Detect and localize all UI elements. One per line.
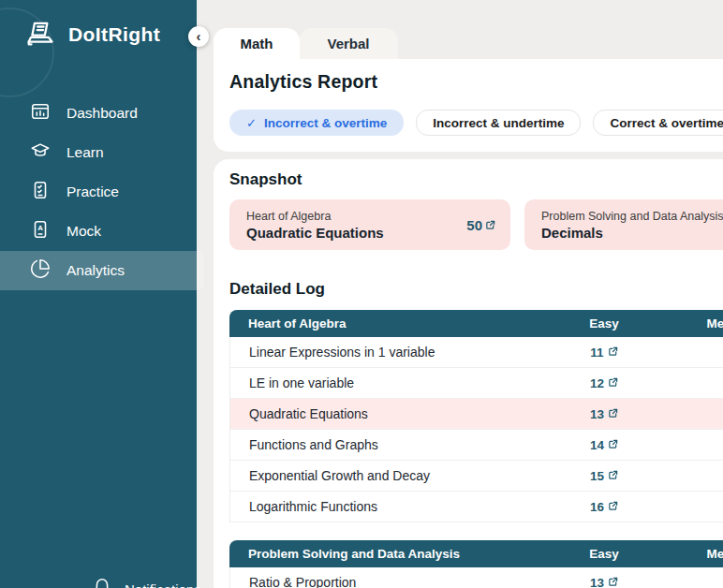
question-count-link[interactable]: 16 [590, 500, 618, 514]
sidebar-item-analytics[interactable]: Analytics [0, 251, 204, 290]
sidebar-item-notifications[interactable]: Notifications [92, 578, 201, 588]
question-count-link[interactable]: 13 [590, 576, 618, 588]
pie-chart-icon [30, 258, 51, 283]
check-icon: ✓ [246, 116, 257, 130]
graduation-cap-icon [30, 140, 51, 165]
row-easy-cell: 16 [548, 500, 660, 514]
detailed-log-title: Detailed Log [229, 280, 325, 299]
question-count: 12 [590, 376, 604, 390]
report-header-panel: Analytics Report ✓ Incorrect & overtime … [214, 59, 723, 152]
snapshot-card-topic: Quadratic Equations [246, 225, 384, 241]
table-row: Linear Expressions in 1 variable11 [230, 337, 723, 368]
row-easy-cell: 11 [548, 345, 660, 360]
logo-text: DoItRight [68, 23, 160, 46]
row-topic: Ratio & Proportion [230, 575, 548, 588]
practice-notebook-icon [30, 180, 51, 204]
snapshot-card-count: 50 [466, 217, 482, 233]
sidebar-item-label: Dashboard [66, 105, 138, 122]
sidebar-item-label: Notifications [125, 581, 201, 588]
filter-chip-correct-overtime[interactable]: Correct & overtime [593, 110, 723, 136]
filter-chip-label: Correct & overtime [610, 116, 723, 130]
snapshot-card-count-link[interactable]: 50 [466, 217, 495, 233]
snapshot-card-text: Problem Solving and Data Analysis Decima… [541, 210, 723, 241]
log-group-body: Ratio & Proportion13 [229, 567, 723, 588]
sidebar-item-label: Mock [66, 223, 101, 240]
row-easy-cell: 15 [548, 469, 660, 483]
external-link-icon [608, 407, 618, 421]
tab-math[interactable]: Math [214, 28, 300, 59]
filter-chip-incorrect-undertime[interactable]: Incorrect & undertime [416, 110, 581, 136]
row-topic: Exponential Growth and Decay [230, 468, 548, 483]
filter-chip-label: Incorrect & overtime [264, 116, 387, 130]
sidebar-item-label: Practice [66, 184, 119, 200]
sidebar-item-mock[interactable]: A Mock [0, 212, 197, 251]
question-count-link[interactable]: 11 [590, 345, 617, 360]
row-easy-cell: 13 [548, 407, 660, 421]
question-count: 13 [590, 407, 604, 421]
bell-icon [92, 578, 112, 588]
table-row: Ratio & Proportion13 [230, 567, 723, 588]
external-link-icon [608, 345, 618, 360]
row-easy-cell: 14 [548, 438, 660, 452]
sidebar-item-dashboard[interactable]: Dashboard [0, 94, 197, 133]
column-header-easy: Easy [548, 547, 660, 561]
analytics-panel: Snapshot Heart of Algebra Quadratic Equa… [214, 159, 723, 588]
group-name: Heart of Algebra [229, 316, 548, 331]
snapshot-title: Snapshot [229, 170, 302, 189]
snapshot-card-category: Heart of Algebra [246, 210, 384, 223]
snapshot-cards: Heart of Algebra Quadratic Equations 50 … [229, 199, 723, 250]
column-header-easy: Easy [548, 316, 660, 331]
external-link-icon [608, 576, 618, 588]
row-easy-cell: 13 [548, 576, 660, 588]
sidebar-item-label: Analytics [66, 262, 125, 279]
external-link-icon [608, 438, 618, 452]
row-topic: Functions and Graphs [230, 437, 548, 452]
row-topic: Linear Expressions in 1 variable [230, 345, 548, 360]
question-count: 13 [590, 576, 604, 588]
sidebar-collapse-button[interactable]: ‹ [188, 26, 209, 47]
tab-label: Math [241, 36, 273, 51]
filter-chip-incorrect-overtime[interactable]: ✓ Incorrect & overtime [229, 110, 404, 136]
external-link-icon [608, 500, 618, 514]
sidebar-item-learn[interactable]: Learn [0, 133, 197, 172]
row-topic: Quadratic Equations [230, 406, 548, 421]
external-link-icon [608, 376, 618, 390]
snapshot-card-decimals[interactable]: Problem Solving and Data Analysis Decima… [524, 199, 723, 250]
external-link-icon [608, 469, 618, 483]
mock-document-icon: A [30, 219, 51, 243]
chevron-left-icon: ‹ [197, 29, 201, 43]
question-count-link[interactable]: 13 [590, 407, 618, 421]
table-row: Quadratic Equations13 [230, 399, 723, 430]
snapshot-card-topic: Decimals [541, 225, 723, 241]
dashboard-icon [30, 101, 51, 125]
app-screen: DoItRight Dashboard Learn [0, 0, 723, 588]
question-count-link[interactable]: 12 [590, 376, 618, 390]
column-header-medium: Medium [660, 316, 723, 331]
table-row: Functions and Graphs14 [230, 430, 723, 461]
sidebar-item-label: Learn [66, 144, 104, 161]
question-count-link[interactable]: 15 [590, 469, 618, 483]
tab-verbal[interactable]: Verbal [299, 28, 398, 59]
question-count-link[interactable]: 14 [590, 438, 618, 452]
row-easy-cell: 12 [548, 376, 660, 390]
logo: DoItRight [24, 19, 160, 51]
sidebar: DoItRight Dashboard Learn [0, 0, 197, 588]
sidebar-nav: Dashboard Learn Practice [0, 94, 197, 290]
filter-chips: ✓ Incorrect & overtime Incorrect & under… [229, 110, 723, 136]
sidebar-item-practice[interactable]: Practice [0, 172, 197, 212]
tab-label: Verbal [327, 36, 369, 51]
page-title: Analytics Report [229, 71, 377, 93]
snapshot-card-quadratic-equations[interactable]: Heart of Algebra Quadratic Equations 50 [229, 199, 510, 250]
snapshot-card-category: Problem Solving and Data Analysis [541, 210, 723, 223]
column-header-medium: Medium [660, 547, 723, 561]
external-link-icon [485, 217, 495, 233]
log-group: Problem Solving and Data AnalysisEasyMed… [229, 540, 723, 588]
table-row: LE in one variable12 [230, 368, 723, 399]
row-topic: Logarithmic Functions [230, 499, 548, 514]
log-group: Heart of AlgebraEasyMediumLinear Express… [229, 310, 723, 522]
filter-chip-label: Incorrect & undertime [433, 116, 564, 130]
snapshot-card-text: Heart of Algebra Quadratic Equations [246, 210, 384, 241]
question-count: 16 [590, 500, 604, 514]
row-topic: LE in one variable [230, 375, 548, 390]
logo-book-icon [24, 19, 58, 51]
